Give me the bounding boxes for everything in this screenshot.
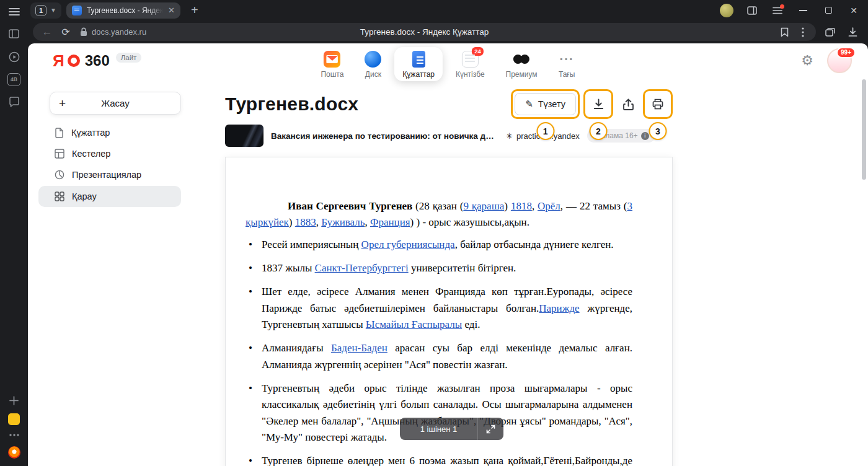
- doc-link[interactable]: 9 қараша: [463, 200, 504, 212]
- site-identity[interactable]: docs.yandex.ru: [80, 27, 146, 37]
- sidebar-item-presentations[interactable]: Презентациялар: [38, 165, 181, 185]
- document-icon: [55, 128, 64, 138]
- video-icon[interactable]: [0, 48, 28, 66]
- printer-icon: [652, 99, 663, 110]
- doc-bullet-item: •Алманиядағы Баден-Баден арасан суы бар …: [246, 340, 632, 373]
- print-button[interactable]: [647, 93, 669, 115]
- bookmark-icon[interactable]: [775, 25, 794, 40]
- new-tab-button[interactable]: +: [187, 2, 203, 19]
- browser-menu-icon[interactable]: [771, 4, 784, 17]
- scrollbar[interactable]: [862, 79, 866, 180]
- nav-more[interactable]: ··· Тағы: [551, 47, 583, 81]
- page-title: Тургенев.docx - Яндекс Құжаттар: [360, 27, 489, 37]
- annotation-box-3: 3: [643, 89, 673, 119]
- more-dots-icon: ···: [559, 51, 575, 68]
- download-button[interactable]: [587, 93, 609, 115]
- main-content: Тургенев.docx ✎ Түзету 1: [192, 78, 868, 466]
- documents-icon: [410, 51, 427, 68]
- sidebar-more-icon[interactable]: [0, 426, 28, 444]
- page-indicator-text: 1 ішінен 1: [400, 424, 477, 434]
- sidebar-item-documents[interactable]: Құжаттар: [38, 123, 181, 143]
- chat-icon[interactable]: [0, 93, 28, 110]
- nav-premium[interactable]: Премиум: [498, 47, 546, 81]
- document-actions: ✎ Түзету 1 2: [511, 89, 673, 119]
- doc-link[interactable]: Баден-Баден: [331, 342, 388, 354]
- bullet-icon: •: [249, 380, 252, 397]
- share-button[interactable]: [617, 93, 639, 115]
- presentation-icon: [55, 170, 64, 180]
- nav-calendar[interactable]: 24 Күнтізбе: [448, 47, 493, 81]
- download-icon: [593, 99, 604, 110]
- doc-link[interactable]: Буживаль: [321, 216, 365, 228]
- hamburger-menu-icon[interactable]: [0, 3, 28, 20]
- notifications-badge: 99+: [836, 47, 856, 58]
- doc-link[interactable]: Орёл: [538, 200, 560, 212]
- window-minimize-button[interactable]: [796, 4, 810, 17]
- fullscreen-button[interactable]: [477, 418, 503, 440]
- downloads-icon[interactable]: [842, 23, 863, 41]
- annotation-box-1: ✎ Түзету 1: [511, 89, 580, 119]
- panels-icon[interactable]: [0, 25, 28, 42]
- bullet-icon: •: [249, 453, 252, 466]
- doc-link[interactable]: Парижде: [539, 302, 579, 314]
- reload-icon[interactable]: ⟳: [56, 25, 75, 40]
- logo-lite-badge: Лайт: [116, 53, 142, 63]
- lock-icon: [80, 27, 87, 37]
- ad-thumbnail[interactable]: [225, 125, 264, 147]
- doc-link[interactable]: Санкт-Петербургтегі: [315, 262, 409, 274]
- sidebar-add-icon[interactable]: [0, 392, 28, 409]
- doc-link[interactable]: 1818: [511, 200, 532, 212]
- nav-mail[interactable]: Пошта: [312, 47, 352, 81]
- browser-profile-avatar[interactable]: [720, 4, 733, 17]
- doc-link[interactable]: Франция: [370, 216, 410, 228]
- bullet-icon: •: [249, 284, 252, 300]
- pencil-icon: ✎: [525, 99, 533, 110]
- doc-link[interactable]: Ысмайыл Ғаспыралы: [366, 319, 462, 330]
- nav-disk[interactable]: Диск: [356, 47, 389, 81]
- app-header: Я 360 Лайт Пошта Диск Құжаттар: [28, 43, 868, 78]
- mail-icon: [324, 51, 340, 68]
- sidebar-item-tables[interactable]: Кестелер: [38, 144, 181, 164]
- nav-documents[interactable]: Құжаттар: [394, 47, 443, 81]
- window-maximize-button[interactable]: [822, 4, 835, 17]
- tab-panels-icon[interactable]: [745, 4, 759, 17]
- back-icon[interactable]: ←: [38, 25, 56, 40]
- disk-icon: [365, 51, 381, 68]
- yandex-browser-logo-icon[interactable]: [0, 444, 28, 461]
- window-close-button[interactable]: ✕: [847, 4, 861, 17]
- address-bar[interactable]: ← ⟳ docs.yandex.ru Тургенев.docx - Яндек…: [33, 23, 816, 41]
- share-icon: [623, 99, 634, 110]
- tabs-sync-icon[interactable]: [820, 23, 841, 41]
- doc-link[interactable]: 1883: [295, 216, 316, 228]
- bullet-icon: •: [249, 260, 252, 276]
- gear-icon[interactable]: ⚙: [801, 53, 813, 69]
- doc-bullet-item: •Ресей империясының Орел губерниясында, …: [246, 237, 632, 253]
- tab-group-number: 1: [35, 5, 46, 16]
- expand-icon: [486, 424, 495, 434]
- calendar-icon: 24: [462, 51, 479, 68]
- edit-button[interactable]: ✎ Түзету: [515, 93, 576, 115]
- extension-4b-icon[interactable]: 4B: [0, 71, 28, 88]
- yandex-services-icon[interactable]: [0, 410, 28, 428]
- ad-headline[interactable]: Вакансия инженера по тестированию: от но…: [271, 131, 497, 141]
- docs-sidebar: + Жасау Құжаттар Кестелер Презентациялар: [28, 78, 192, 466]
- tab-turgenev[interactable]: Тургенев.docx - Яндек ✕: [66, 2, 180, 19]
- tab-title: Тургенев.docx - Яндек: [87, 6, 163, 15]
- profile-avatar[interactable]: 99+: [827, 48, 852, 73]
- tab-close-icon[interactable]: ✕: [168, 6, 175, 15]
- practicum-logo-icon: ✳: [506, 131, 513, 141]
- url-text: docs.yandex.ru: [92, 27, 146, 37]
- tab-group-selector[interactable]: 1 ▼: [30, 2, 61, 19]
- docs-favicon-icon: [72, 6, 82, 15]
- table-icon: [55, 149, 64, 159]
- annotation-number-1: 1: [536, 122, 554, 140]
- yandex-360-logo[interactable]: Я 360 Лайт: [53, 51, 141, 71]
- info-icon[interactable]: i: [641, 132, 649, 140]
- chevron-down-icon: ▼: [50, 7, 56, 14]
- more-vertical-icon[interactable]: [794, 25, 812, 40]
- bullet-icon: •: [249, 237, 252, 253]
- sidebar-item-view[interactable]: Қарау: [38, 186, 181, 207]
- create-button[interactable]: + Жасау: [50, 92, 181, 115]
- doc-link[interactable]: Орел губерниясында: [361, 239, 455, 250]
- logo-ya-letter: Я: [53, 51, 64, 71]
